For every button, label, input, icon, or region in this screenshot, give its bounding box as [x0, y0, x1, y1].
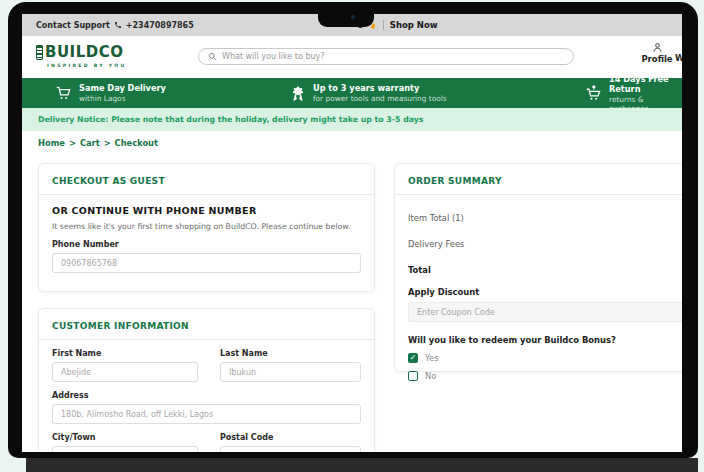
laptop-base — [26, 458, 698, 472]
city-town-input[interactable] — [52, 446, 198, 452]
feature-subtitle: for power tools and measuring tools — [313, 94, 447, 103]
laptop-camera-notch — [318, 8, 374, 27]
breadcrumb-cart[interactable]: Cart — [80, 138, 100, 148]
order-summary-heading: ORDER SUMMARY — [408, 176, 682, 186]
guest-card-heading: CHECKOUT AS GUEST — [52, 176, 361, 186]
breadcrumb: Home > Cart > Checkout — [38, 138, 158, 148]
no-label: No — [425, 371, 436, 381]
phone-continue-heading: OR CONTINUE WITH PHONE NUMBER — [52, 205, 361, 216]
cart-return-icon — [585, 85, 602, 102]
feature-title: 14 Days Free Return — [609, 74, 682, 94]
redeem-yes-option[interactable]: ✓ Yes — [408, 353, 682, 363]
feature-free-return: 14 Days Free Return returns & exchanges — [585, 78, 682, 108]
site-header: BUILDCO INSPIRED BY YOU What will you li… — [22, 36, 682, 78]
ladder-logo-icon — [36, 45, 43, 60]
postal-code-input[interactable] — [220, 446, 361, 452]
search-icon — [208, 52, 217, 61]
feature-banner: Same Day Delivery within Lagos Up to 3 y… — [22, 78, 682, 108]
customer-card-heading: CUSTOMER INFORMATION — [52, 321, 361, 331]
divider — [39, 194, 374, 195]
item-total-label: Item Total (1) — [408, 213, 682, 223]
support-phone-number: +23470897865 — [126, 21, 194, 30]
last-name-input[interactable] — [220, 362, 361, 382]
breadcrumb-home[interactable]: Home — [38, 138, 65, 148]
coupon-code-input[interactable] — [408, 302, 682, 322]
webcam-dot — [351, 15, 355, 19]
breadcrumb-separator: > — [104, 138, 111, 148]
feature-warranty: Up to 3 years warranty for power tools a… — [290, 78, 447, 108]
topbar-divider — [383, 20, 384, 30]
feature-same-day-delivery: Same Day Delivery within Lagos — [55, 78, 166, 108]
guest-checkout-card: CHECKOUT AS GUEST OR CONTINUE WITH PHONE… — [38, 163, 375, 292]
checkbox-checked-icon[interactable]: ✓ — [408, 353, 418, 363]
first-time-description: It seems like it's your first time shopp… — [52, 222, 361, 231]
yes-label: Yes — [425, 353, 439, 363]
order-summary-card: ORDER SUMMARY Item Total (1) Delivery Fe… — [394, 163, 682, 372]
delivery-notice-banner: Delivery Notice: Please note that during… — [22, 108, 682, 131]
buildco-logo[interactable]: BUILDCO INSPIRED BY YOU — [36, 43, 127, 68]
profile-label: Profile — [641, 54, 672, 64]
delivery-notice-text: Delivery Notice: Please note that during… — [38, 115, 423, 124]
city-town-label: City/Town — [52, 433, 198, 442]
first-name-label: First Name — [52, 349, 198, 358]
address-input[interactable] — [52, 404, 361, 424]
feature-title: Up to 3 years warranty — [313, 83, 447, 93]
search-placeholder: What will you like to buy? — [222, 52, 325, 61]
redeem-bonus-question: Will you like to redeem your Buildco Bon… — [408, 335, 682, 345]
breadcrumb-checkout[interactable]: Checkout — [115, 138, 158, 148]
postal-code-label: Postal Code — [220, 433, 361, 442]
breadcrumb-separator: > — [69, 138, 76, 148]
cart-icon — [55, 85, 72, 102]
divider — [395, 194, 682, 195]
first-name-input[interactable] — [52, 362, 198, 382]
feature-title: Same Day Delivery — [79, 83, 166, 93]
clipped-nav-item[interactable]: W — [675, 53, 682, 63]
customer-information-card: CUSTOMER INFORMATION First Name Last Nam… — [38, 308, 375, 452]
checkbox-unchecked-icon[interactable] — [408, 371, 418, 381]
person-icon — [652, 42, 663, 53]
shop-now-link[interactable]: Shop Now — [390, 20, 438, 30]
browser-screen: Contact Support +23470897865 s Shop Now … — [22, 14, 682, 452]
phone-icon — [114, 21, 122, 29]
address-label: Address — [52, 391, 361, 400]
logo-tagline: INSPIRED BY YOU — [36, 63, 127, 68]
logo-wordmark: BUILDCO — [45, 43, 123, 61]
search-input[interactable]: What will you like to buy? — [198, 48, 574, 65]
medal-icon — [290, 85, 306, 102]
apply-discount-label: Apply Discount — [408, 287, 682, 297]
profile-button[interactable]: Profile — [634, 42, 680, 64]
phone-number-input[interactable] — [52, 253, 361, 273]
delivery-fees-label: Delivery Fees — [408, 239, 682, 249]
feature-subtitle: within Lagos — [79, 94, 166, 103]
last-name-label: Last Name — [220, 349, 361, 358]
contact-support-label: Contact Support — [36, 21, 110, 30]
contact-support-link[interactable]: Contact Support +23470897865 — [36, 21, 194, 30]
phone-number-label: Phone Number — [52, 240, 361, 249]
redeem-no-option[interactable]: No — [408, 371, 682, 381]
total-label: Total — [408, 265, 682, 275]
